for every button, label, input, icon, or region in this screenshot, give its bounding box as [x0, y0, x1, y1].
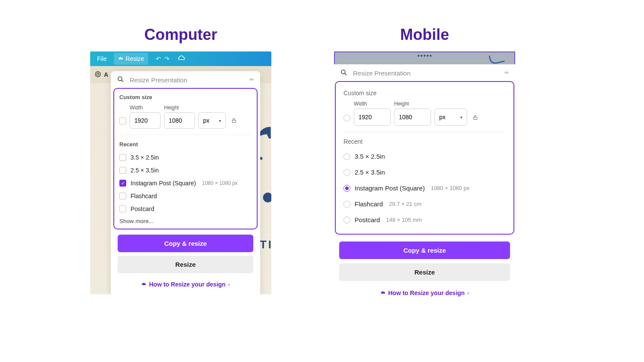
computer-screenshot-frame: File Resize ↶ ↷ A r • — [90, 51, 271, 294]
how-to-resize-link[interactable]: How to Resize your design › — [118, 277, 253, 290]
custom-size-checkbox[interactable] — [119, 118, 126, 124]
heading-mobile: Mobile — [334, 26, 515, 44]
resize-options-box: Custom size Width Height px ▾ — [335, 81, 514, 235]
resize-panel-mobile: Custom size Width Height px ▾ — [334, 64, 515, 304]
checkbox[interactable] — [119, 154, 126, 161]
crown-icon — [141, 281, 146, 288]
recent-option[interactable]: 2.5 × 3.5in — [343, 164, 506, 180]
chevron-right-icon: › — [467, 291, 468, 296]
animate-icon[interactable] — [94, 71, 101, 79]
recent-heading: Recent — [343, 138, 506, 145]
unit-select[interactable]: px ▾ — [198, 112, 226, 129]
recent-option-label: 3.5 × 2.5in — [355, 153, 385, 160]
how-to-resize-label: How to Resize your design — [149, 281, 225, 288]
heading-computer: Computer — [90, 26, 271, 44]
chevron-down-icon: ▾ — [219, 118, 221, 123]
custom-size-radio[interactable] — [343, 115, 350, 121]
recent-option-dimensions: 1080 × 1080 px — [202, 180, 238, 186]
checkbox[interactable] — [119, 193, 126, 199]
recent-option-label: Postcard — [355, 216, 380, 223]
crown-badge-icon — [504, 70, 509, 76]
cloud-sync-icon[interactable] — [177, 54, 186, 63]
recent-options-list: 3.5 × 2.5in2.5 × 3.5inInstagram Post (Sq… — [343, 148, 506, 228]
recent-option-dimensions: 148 × 105 mm — [386, 217, 422, 223]
recent-option[interactable]: Instagram Post (Square)1080 × 1080 px — [343, 180, 506, 196]
svg-line-6 — [345, 73, 346, 75]
crown-badge-icon — [249, 77, 254, 83]
radio[interactable] — [343, 201, 350, 208]
recent-option[interactable]: 3.5 × 2.5in — [119, 151, 252, 164]
svg-line-3 — [122, 80, 123, 82]
svg-rect-4 — [232, 120, 236, 122]
recent-option[interactable]: Flashcard29.7 × 21 cm — [343, 196, 506, 212]
resize-search-input[interactable] — [129, 76, 245, 84]
width-label: Width — [354, 101, 391, 107]
animate-label-fragment: A — [104, 71, 108, 78]
recent-option[interactable]: Postcard — [119, 202, 252, 215]
height-label: Height — [394, 101, 431, 107]
lock-aspect-icon[interactable] — [229, 118, 239, 129]
recent-option-label: Postcard — [131, 205, 154, 212]
recent-option[interactable]: ✓Instagram Post (Square)1080 × 1080 px — [119, 177, 252, 190]
radio[interactable] — [343, 217, 350, 223]
search-icon — [117, 75, 125, 84]
copy-and-resize-button[interactable]: Copy & resize — [118, 235, 253, 252]
svg-point-0 — [95, 72, 100, 77]
app-topbar: File Resize ↶ ↷ — [90, 51, 271, 66]
recent-option-label: 2.5 × 3.5in — [355, 169, 385, 176]
recent-option[interactable]: Flashcard — [119, 190, 252, 202]
chevron-right-icon: › — [228, 282, 229, 287]
recent-options-list: 3.5 × 2.5in2.5 × 3.5in✓Instagram Post (S… — [119, 151, 252, 215]
copy-and-resize-button[interactable]: Copy & resize — [339, 241, 510, 259]
lock-aspect-icon[interactable] — [471, 115, 480, 126]
height-input[interactable] — [394, 109, 431, 126]
svg-point-2 — [118, 77, 122, 81]
resize-button[interactable]: Resize — [339, 263, 510, 281]
resize-panel: Custom size Width Height px — [111, 71, 260, 294]
svg-rect-7 — [474, 117, 477, 119]
resize-options-box: Custom size Width Height px — [113, 88, 258, 229]
recent-option[interactable]: 2.5 × 3.5in — [119, 164, 252, 177]
recent-option-label: Instagram Post (Square) — [131, 180, 196, 187]
crown-icon — [380, 290, 386, 296]
recent-option-dimensions: 1080 × 1080 px — [431, 185, 469, 191]
checkbox[interactable]: ✓ — [119, 180, 126, 187]
width-input[interactable] — [130, 112, 161, 129]
resize-menu-label: Resize — [126, 55, 144, 62]
svg-point-1 — [97, 73, 99, 75]
redo-icon[interactable]: ↷ — [163, 55, 171, 62]
resize-button[interactable]: Resize — [118, 256, 253, 273]
unit-select-label: px — [439, 114, 446, 121]
unit-select-label: px — [203, 117, 210, 124]
search-icon — [340, 69, 348, 78]
undo-icon[interactable]: ↶ — [154, 55, 163, 62]
recent-option-label: 3.5 × 2.5in — [131, 154, 159, 161]
resize-search-input[interactable] — [352, 69, 500, 77]
recent-option-label: Flashcard — [131, 193, 157, 199]
radio[interactable] — [343, 153, 350, 160]
width-label: Width — [130, 105, 161, 111]
radio[interactable] — [343, 185, 350, 192]
height-label: Height — [164, 105, 195, 111]
recent-option-label: Flashcard — [355, 200, 383, 208]
width-input[interactable] — [354, 109, 391, 126]
resize-menu[interactable]: Resize — [114, 53, 149, 65]
chevron-down-icon: ▾ — [460, 115, 462, 120]
crown-icon — [118, 55, 123, 62]
show-more-link[interactable]: Show more... — [119, 215, 252, 224]
unit-select[interactable]: px ▾ — [434, 109, 467, 126]
mobile-canvas-strip — [334, 51, 515, 64]
recent-option[interactable]: Postcard148 × 105 mm — [343, 212, 506, 228]
how-to-resize-label: How to Resize your design — [388, 290, 465, 296]
checkbox[interactable] — [119, 205, 126, 212]
recent-option-label: Instagram Post (Square) — [355, 184, 425, 192]
how-to-resize-link[interactable]: How to Resize your design › — [339, 285, 510, 298]
height-input[interactable] — [164, 112, 195, 129]
file-menu[interactable]: File — [93, 53, 111, 65]
svg-point-5 — [341, 70, 345, 74]
custom-size-heading: Custom size — [119, 94, 252, 100]
radio[interactable] — [343, 169, 350, 176]
checkbox[interactable] — [119, 167, 126, 174]
recent-option[interactable]: 3.5 × 2.5in — [343, 148, 506, 164]
recent-option-label: 2.5 × 3.5in — [131, 167, 159, 174]
